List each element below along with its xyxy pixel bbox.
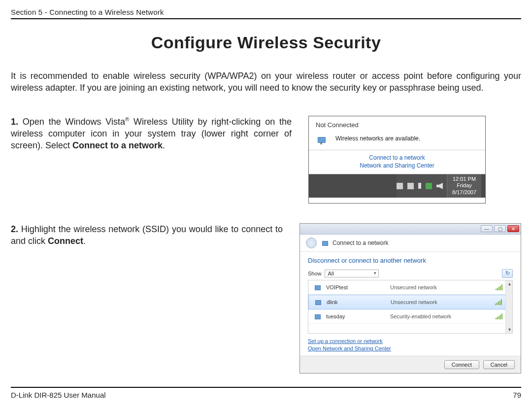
system-tray: 12:01 PM Friday 8/17/2007 bbox=[309, 174, 485, 198]
network-ssid: dlink bbox=[327, 299, 386, 305]
tray-volume-icon[interactable] bbox=[436, 183, 443, 189]
registered-mark: ® bbox=[125, 116, 129, 122]
step-2-bold: Connect bbox=[48, 236, 83, 246]
wireless-computer-icon bbox=[316, 132, 331, 145]
show-filter-dropdown[interactable]: All bbox=[325, 270, 379, 277]
step-1-pre: Open the Windows Vista bbox=[23, 117, 125, 127]
section-header: Section 5 - Connecting to a Wireless Net… bbox=[11, 8, 521, 19]
network-header-icon bbox=[321, 239, 329, 247]
step-2-number: 2. bbox=[11, 224, 18, 234]
clock-day: Friday bbox=[452, 182, 476, 189]
network-list[interactable]: VOIPtestUnsecured networkdlinkUnsecured … bbox=[308, 280, 513, 334]
back-nav-icon[interactable] bbox=[306, 238, 317, 248]
network-ssid: VOIPtest bbox=[326, 284, 385, 290]
intro-paragraph: It is recommended to enable wireless sec… bbox=[11, 70, 521, 94]
open-sharing-center-link[interactable]: Open Network and Sharing Center bbox=[308, 345, 513, 352]
network-item-icon bbox=[314, 298, 322, 306]
figure-tray-popup: Not Connected Wireless networks are avai… bbox=[308, 116, 486, 204]
network-row[interactable]: tuesdaySecurity-enabled network bbox=[308, 309, 512, 324]
network-security-type: Unsecured network bbox=[390, 284, 491, 290]
figure-connect-dialog: ― ▢ ✕ Connect to a network Disconnect or… bbox=[299, 223, 521, 374]
tray-icon[interactable] bbox=[407, 183, 414, 189]
clock-time: 12:01 PM bbox=[452, 176, 476, 183]
page-title: Configure Wireless Security bbox=[11, 33, 521, 52]
connect-button[interactable]: Connect bbox=[444, 360, 479, 369]
network-row[interactable]: dlinkUnsecured network bbox=[308, 295, 512, 309]
minimize-button[interactable]: ― bbox=[481, 225, 493, 232]
setup-connection-link[interactable]: Set up a connection or network bbox=[308, 338, 513, 345]
clock-date: 8/17/2007 bbox=[452, 189, 476, 196]
footer-manual-name: D-Link DIR-825 User Manual bbox=[11, 391, 106, 399]
connect-to-network-link[interactable]: Connect to a network bbox=[316, 154, 478, 162]
signal-strength-icon bbox=[496, 313, 502, 319]
refresh-button[interactable]: ↻ bbox=[502, 269, 513, 278]
step-1-row: 1. Open the Windows Vista® Wireless Util… bbox=[11, 116, 521, 204]
cancel-button[interactable]: Cancel bbox=[483, 360, 515, 369]
page-footer: D-Link DIR-825 User Manual 79 bbox=[11, 387, 521, 399]
network-item-icon bbox=[313, 312, 321, 320]
dialog-subtitle: Disconnect or connect to another network bbox=[308, 257, 513, 264]
dialog-title: Connect to a network bbox=[332, 240, 388, 246]
scrollbar[interactable] bbox=[505, 280, 512, 333]
network-row[interactable]: VOIPtestUnsecured network bbox=[308, 280, 512, 295]
step-1-bold: Connect to a network bbox=[72, 140, 163, 150]
network-item-icon bbox=[313, 283, 321, 291]
system-clock[interactable]: 12:01 PM Friday 8/17/2007 bbox=[447, 174, 481, 198]
step-2-post: . bbox=[83, 236, 86, 246]
signal-strength-icon bbox=[496, 284, 502, 290]
tray-network-icon[interactable] bbox=[426, 183, 432, 189]
step-2-row: 2. Highlight the wireless network (SSID)… bbox=[11, 223, 521, 374]
networks-available-label: Wireless networks are available. bbox=[335, 135, 420, 143]
close-button[interactable]: ✕ bbox=[507, 225, 519, 232]
network-security-type: Unsecured network bbox=[391, 299, 490, 305]
step-1-number: 1. bbox=[11, 117, 18, 127]
footer-page-number: 79 bbox=[513, 391, 521, 399]
maximize-button[interactable]: ▢ bbox=[494, 225, 506, 232]
show-label: Show bbox=[308, 271, 322, 276]
step-2-text: 2. Highlight the wireless network (SSID)… bbox=[11, 223, 283, 374]
signal-strength-icon bbox=[495, 299, 502, 305]
step-1-text: 1. Open the Windows Vista® Wireless Util… bbox=[11, 116, 292, 204]
network-security-type: Security-enabled network bbox=[390, 313, 491, 319]
step-1-post: . bbox=[163, 140, 165, 150]
tray-icon[interactable] bbox=[397, 183, 403, 189]
tray-icon[interactable] bbox=[418, 183, 421, 189]
network-ssid: tuesday bbox=[326, 313, 385, 319]
network-sharing-center-link[interactable]: Network and Sharing Center bbox=[316, 162, 478, 170]
not-connected-label: Not Connected bbox=[316, 121, 478, 130]
window-titlebar[interactable]: ― ▢ ✕ bbox=[300, 224, 521, 235]
